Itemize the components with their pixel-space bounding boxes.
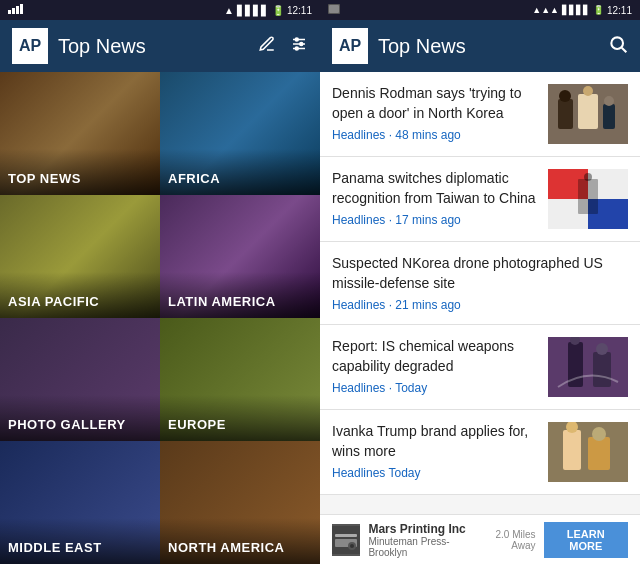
grid-item-asia-pacific[interactable]: ASIA PACIFIC [0, 195, 160, 318]
grid-overlay-middle-east: MIDDLE EAST [0, 518, 160, 564]
svg-point-7 [295, 38, 298, 41]
right-wifi-icon: ▲▲▲ [532, 5, 559, 15]
svg-rect-39 [335, 534, 357, 537]
news-meta-is-chemical: Headlines · Today [332, 381, 538, 395]
svg-rect-34 [563, 430, 581, 470]
category-grid: TOP NEWS AFRICA ASIA PACIFIC LATIN AMERI… [0, 72, 320, 564]
news-thumb-ivanka [548, 422, 628, 482]
ad-logo-icon [332, 524, 360, 556]
svg-rect-2 [16, 6, 19, 14]
news-item-is-chemical[interactable]: Report: IS chemical weapons capability d… [320, 325, 640, 410]
grid-label-middle-east: MIDDLE EAST [8, 540, 102, 555]
grid-overlay-photo-gallery: PHOTO GALLERY [0, 395, 160, 441]
svg-point-16 [559, 90, 571, 102]
svg-rect-1 [12, 8, 15, 14]
left-status-left [8, 4, 224, 16]
ad-left: Mars Printing Inc Minuteman Press- Brook… [332, 522, 477, 558]
grid-overlay-africa: AFRICA [160, 149, 320, 195]
right-time-display: 12:11 [607, 5, 632, 16]
ap-logo-right: AP [332, 28, 368, 64]
news-text-rodman: Dennis Rodman says 'trying to open a doo… [332, 84, 538, 142]
news-title-rodman: Dennis Rodman says 'trying to open a doo… [332, 84, 538, 123]
svg-line-13 [622, 47, 627, 52]
svg-point-37 [592, 427, 606, 441]
svg-rect-3 [20, 4, 23, 14]
svg-point-32 [596, 343, 608, 355]
thumb-img-panama [548, 169, 628, 229]
grid-overlay-latin-america: LATIN AMERICA [160, 272, 320, 318]
news-text-ivanka: Ivanka Trump brand applies for, wins mor… [332, 422, 538, 480]
svg-rect-11 [329, 5, 339, 13]
news-item-rodman[interactable]: Dennis Rodman says 'trying to open a doo… [320, 72, 640, 157]
svg-rect-19 [603, 104, 615, 129]
ad-right: 2.0 Miles Away LEARN MORE [477, 522, 628, 558]
svg-rect-31 [593, 352, 611, 387]
grid-item-europe[interactable]: EUROPE [160, 318, 320, 441]
wifi-icon: ▲ [224, 5, 234, 16]
right-battery-icon: 🔋 [593, 5, 604, 15]
grid-label-top-news: TOP NEWS [8, 171, 81, 186]
grid-overlay-top-news: TOP NEWS [0, 149, 160, 195]
grid-item-africa[interactable]: AFRICA [160, 72, 320, 195]
right-status-icons: ▲▲▲ ▋▋▋▋ 🔋 12:11 [532, 5, 632, 16]
right-signal-icon: ▋▋▋▋ [562, 5, 590, 15]
news-title-is-chemical: Report: IS chemical weapons capability d… [332, 337, 538, 376]
edit-icon[interactable] [258, 35, 276, 58]
svg-rect-36 [588, 437, 610, 470]
svg-rect-26 [578, 179, 598, 214]
svg-rect-17 [578, 94, 598, 129]
news-item-ivanka[interactable]: Ivanka Trump brand applies for, wins mor… [320, 410, 640, 495]
news-thumb-panama [548, 169, 628, 229]
grid-item-photo-gallery[interactable]: PHOTO GALLERY [0, 318, 160, 441]
search-button[interactable] [608, 34, 628, 59]
learn-more-button[interactable]: LEARN MORE [544, 522, 629, 558]
svg-rect-28 [548, 337, 628, 397]
news-meta-panama: Headlines · 17 mins ago [332, 213, 538, 227]
svg-rect-0 [8, 10, 11, 14]
ad-text: Mars Printing Inc Minuteman Press- Brook… [368, 522, 477, 558]
svg-point-20 [604, 96, 614, 106]
news-item-nkorea[interactable]: Suspected NKorea drone photographed US m… [320, 242, 640, 325]
left-header: AP Top News [0, 20, 320, 72]
news-meta-nkorea: Headlines · 21 mins ago [332, 298, 628, 312]
ad-sub-text: Minuteman Press- Brooklyn [368, 536, 477, 558]
grid-label-north-america: NORTH AMERICA [168, 540, 285, 555]
grid-label-europe: EUROPE [168, 417, 226, 432]
svg-point-27 [584, 173, 592, 181]
news-text-panama: Panama switches diplomatic recognition f… [332, 169, 538, 227]
news-thumb-is-chemical [548, 337, 628, 397]
right-status-left [328, 4, 340, 16]
thumb-img-is-chemical [548, 337, 628, 397]
svg-point-9 [295, 47, 298, 50]
grid-label-africa: AFRICA [168, 171, 220, 186]
left-header-title: Top News [58, 35, 248, 58]
news-list: Dennis Rodman says 'trying to open a doo… [320, 72, 640, 514]
battery-icon: 🔋 [272, 5, 284, 16]
right-panel: ▲▲▲ ▋▋▋▋ 🔋 12:11 AP Top News Dennis Rodm… [320, 0, 640, 564]
news-text-is-chemical: Report: IS chemical weapons capability d… [332, 337, 538, 395]
grid-item-middle-east[interactable]: MIDDLE EAST [0, 441, 160, 564]
grid-item-north-america[interactable]: NORTH AMERICA [160, 441, 320, 564]
thumb-img-rodman [548, 84, 628, 144]
svg-point-8 [300, 42, 303, 45]
left-status-icons: ▲ ▋▋▋▋ 🔋 12:11 [224, 5, 312, 16]
photo-icon [328, 4, 340, 14]
signal-bars-icon: ▋▋▋▋ [237, 5, 269, 16]
news-meta-ivanka: Headlines Today [332, 466, 538, 480]
filter-icon[interactable] [290, 35, 308, 58]
right-header: AP Top News [320, 20, 640, 72]
right-header-title: Top News [378, 35, 598, 58]
svg-point-18 [583, 86, 593, 96]
time-display: 12:11 [287, 5, 312, 16]
news-item-panama[interactable]: Panama switches diplomatic recognition f… [320, 157, 640, 242]
grid-label-asia-pacific: ASIA PACIFIC [8, 294, 99, 309]
grid-item-top-news[interactable]: TOP NEWS [0, 72, 160, 195]
svg-rect-15 [558, 99, 573, 129]
signal-icon [8, 4, 24, 14]
ad-distance: 2.0 Miles Away [477, 529, 535, 551]
news-text-nkorea: Suspected NKorea drone photographed US m… [332, 254, 628, 312]
grid-overlay-north-america: NORTH AMERICA [160, 518, 320, 564]
grid-item-latin-america[interactable]: LATIN AMERICA [160, 195, 320, 318]
grid-overlay-europe: EUROPE [160, 395, 320, 441]
left-panel: ▲ ▋▋▋▋ 🔋 12:11 AP Top News [0, 0, 320, 564]
